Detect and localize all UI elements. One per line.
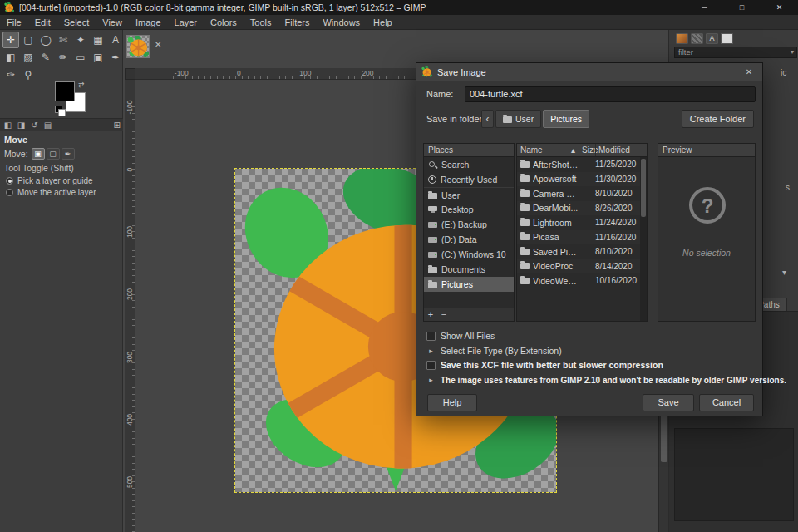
remove-place-button[interactable]: − bbox=[437, 308, 451, 321]
brush-filter-input[interactable]: filter ▾ bbox=[674, 47, 797, 58]
tool-options-icon-1[interactable]: ◨ bbox=[16, 121, 27, 130]
menu-filters[interactable]: Filters bbox=[278, 15, 317, 30]
menu-layer[interactable]: Layer bbox=[168, 15, 204, 30]
move-target-layer[interactable]: ▣ bbox=[32, 148, 45, 160]
move-target-selection[interactable]: ▢ bbox=[47, 148, 60, 160]
tool-bucket-fill[interactable]: ◧ bbox=[2, 49, 19, 66]
file-row-dearmobi[interactable]: DearMobi...8/26/2020 bbox=[517, 201, 647, 216]
filter-dropdown-icon[interactable]: ▾ bbox=[791, 47, 794, 57]
column-header-name[interactable]: Name ▴ bbox=[517, 144, 579, 156]
minimize-button[interactable]: ─ bbox=[686, 0, 723, 15]
menu-file[interactable]: File bbox=[0, 15, 28, 30]
checkbox-icon[interactable] bbox=[426, 361, 436, 370]
close-button[interactable]: ✕ bbox=[761, 0, 798, 15]
select-file-type-expander[interactable]: ▸ Select File Type (By Extension) bbox=[426, 345, 562, 357]
place-user[interactable]: User bbox=[424, 187, 514, 202]
tab-menu-icon[interactable]: ⊞ bbox=[114, 121, 121, 130]
brushes-tab-icon[interactable] bbox=[676, 33, 688, 44]
place-c-windows-10[interactable]: (C:) Windows 10 bbox=[424, 247, 514, 262]
tool-gradient[interactable]: ▨ bbox=[20, 49, 37, 66]
files-scrollbar[interactable] bbox=[640, 157, 647, 321]
swap-colors-icon[interactable]: ⇄ bbox=[78, 81, 85, 89]
tool-text[interactable]: A bbox=[107, 32, 124, 48]
breadcrumb-pictures[interactable]: Pictures bbox=[543, 110, 589, 128]
panel-scroll-arrow-icon[interactable]: ▾ bbox=[782, 268, 786, 277]
tool-ellipse-select[interactable]: ◯ bbox=[37, 32, 54, 48]
file-row-lightroom[interactable]: Lightroom11/24/2020 bbox=[517, 215, 647, 230]
expander-icon[interactable]: ▸ bbox=[426, 376, 436, 384]
column-header-size[interactable]: Size bbox=[579, 144, 595, 156]
tool-paintbrush[interactable]: ✏ bbox=[55, 49, 71, 66]
tool-toggle-option-pick-a-layer-or-guide[interactable]: Pick a layer or guide bbox=[6, 175, 122, 186]
file-row-aftershot[interactable]: AfterShot ...11/25/2020 bbox=[517, 157, 647, 172]
file-row-videoproc[interactable]: VideoProc8/14/2020 bbox=[517, 259, 647, 274]
file-row-videoweb[interactable]: VideoWeb...10/16/2020 bbox=[517, 273, 647, 288]
dialog-close-icon[interactable]: ✕ bbox=[741, 67, 757, 76]
place-d-data[interactable]: (D:) Data bbox=[424, 232, 514, 247]
maximize-button[interactable]: □ bbox=[723, 0, 761, 15]
tool-eraser[interactable]: ▭ bbox=[72, 49, 89, 66]
menu-help[interactable]: Help bbox=[367, 15, 399, 30]
ruler-corner[interactable] bbox=[125, 68, 135, 80]
place-recently-used[interactable]: Recently Used bbox=[424, 172, 514, 187]
tool-zoom[interactable]: ⚲ bbox=[20, 66, 37, 83]
tool-free-select[interactable]: ✄ bbox=[55, 32, 71, 48]
foreground-color-swatch[interactable] bbox=[55, 81, 75, 101]
menu-image[interactable]: Image bbox=[129, 15, 168, 30]
image-thumbnail[interactable] bbox=[126, 35, 150, 58]
place-documents[interactable]: Documents bbox=[424, 262, 514, 277]
tool-options-icon-0[interactable]: ◧ bbox=[2, 121, 13, 130]
menu-view[interactable]: View bbox=[96, 15, 129, 30]
menu-tools[interactable]: Tools bbox=[244, 15, 278, 30]
menu-edit[interactable]: Edit bbox=[28, 15, 57, 30]
tool-toggle-option-move-the-active-layer[interactable]: Move the active layer bbox=[6, 186, 122, 198]
show-all-files-checkbox[interactable]: Show All Files bbox=[426, 330, 495, 342]
default-colors-icon[interactable] bbox=[55, 106, 65, 116]
files-scrollbar-thumb[interactable] bbox=[641, 159, 646, 217]
place-e-backup[interactable]: (E:) Backup bbox=[424, 217, 514, 232]
tool-clone[interactable]: ▣ bbox=[90, 49, 106, 66]
expander-icon[interactable]: ▸ bbox=[426, 347, 436, 355]
menu-select[interactable]: Select bbox=[57, 15, 96, 30]
create-folder-button[interactable]: Create Folder bbox=[682, 110, 754, 128]
file-row-camera-r[interactable]: Camera R...8/10/2020 bbox=[517, 186, 647, 201]
place-pictures[interactable]: Pictures bbox=[424, 277, 514, 292]
column-header-modified[interactable]: Modified bbox=[595, 144, 647, 156]
cancel-button[interactable]: Cancel bbox=[699, 394, 754, 411]
checkbox-icon[interactable] bbox=[426, 332, 436, 341]
place-desktop[interactable]: Desktop bbox=[424, 202, 514, 217]
fonts-tab-icon[interactable] bbox=[706, 33, 718, 44]
file-row-picasa[interactable]: Picasa11/16/2020 bbox=[517, 230, 647, 245]
menu-windows[interactable]: Windows bbox=[316, 15, 367, 30]
tool-pencil[interactable]: ✎ bbox=[37, 49, 54, 66]
tool-rectangle-select[interactable]: ▢ bbox=[20, 32, 37, 48]
file-row-apowersoft[interactable]: Apowersoft11/30/2020 bbox=[517, 172, 647, 187]
tool-move[interactable]: ✛ bbox=[2, 32, 19, 48]
images-tab-icon[interactable] bbox=[721, 33, 733, 44]
breadcrumb-user[interactable]: User bbox=[495, 110, 541, 128]
menu-colors[interactable]: Colors bbox=[204, 15, 244, 30]
move-target-path[interactable]: ✒ bbox=[62, 148, 75, 160]
patterns-tab-icon[interactable] bbox=[691, 33, 703, 44]
file-row-saved-pic[interactable]: Saved Pic...8/10/2020 bbox=[517, 244, 647, 259]
tool-ink[interactable]: ✒ bbox=[107, 49, 124, 66]
places-header[interactable]: Places bbox=[424, 144, 514, 157]
image-tab-close-icon[interactable]: ✕ bbox=[155, 40, 161, 49]
breadcrumb: ‹ UserPictures bbox=[481, 110, 589, 128]
file-name: DearMobi... bbox=[533, 203, 579, 213]
name-input[interactable]: 004-turtle.xcf bbox=[465, 86, 756, 102]
image-tab[interactable]: ✕ bbox=[125, 33, 175, 62]
breadcrumb-label: User bbox=[515, 114, 534, 124]
place-search[interactable]: Search bbox=[424, 157, 514, 172]
back-button[interactable]: ‹ bbox=[481, 110, 494, 128]
save-button[interactable]: Save bbox=[643, 394, 694, 411]
compression-checkbox[interactable]: Save this XCF file with better but slowe… bbox=[426, 359, 663, 371]
tool-options-icon-2[interactable]: ↺ bbox=[29, 121, 40, 130]
tool-fuzzy-select[interactable]: ✦ bbox=[72, 32, 89, 48]
tool-crop[interactable]: ▦ bbox=[90, 32, 106, 48]
add-place-button[interactable]: + bbox=[424, 308, 437, 321]
tool-paths[interactable]: ✑ bbox=[2, 66, 19, 83]
help-button[interactable]: Help bbox=[427, 394, 477, 411]
tool-options-icon-3[interactable]: ▤ bbox=[42, 121, 53, 130]
dialog-titlebar[interactable]: Save Image ✕ bbox=[416, 63, 762, 81]
